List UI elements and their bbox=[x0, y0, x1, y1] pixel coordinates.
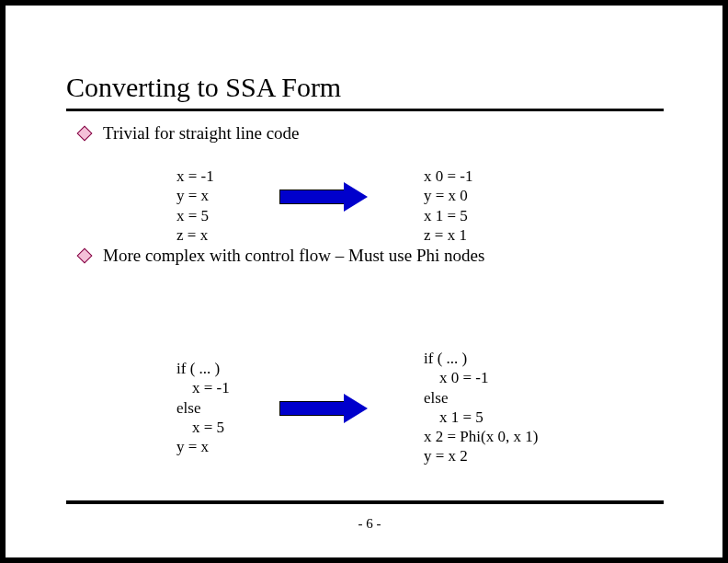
bullet-1: Trivial for straight line code bbox=[79, 123, 300, 144]
title-rule bbox=[66, 109, 664, 111]
arrow-head-icon bbox=[344, 394, 368, 423]
page-title: Converting to SSA Form bbox=[66, 72, 341, 103]
bullet-2: More complex with control flow – Must us… bbox=[79, 246, 484, 266]
code-right-1: x 0 = -1 y = x 0 x 1 = 5 z = x 1 bbox=[424, 167, 473, 245]
arrow-1 bbox=[279, 182, 368, 212]
bullet-2-text: More complex with control flow – Must us… bbox=[103, 246, 484, 266]
diamond-bullet-icon bbox=[77, 126, 93, 142]
arrow-head-icon bbox=[344, 182, 368, 212]
code-right-2: if ( ... ) x 0 = -1 else x 1 = 5 x 2 = P… bbox=[424, 349, 538, 466]
slide: Converting to SSA Form Trivial for strai… bbox=[6, 6, 722, 557]
page-number: - 6 - bbox=[6, 516, 728, 532]
bullet-1-text: Trivial for straight line code bbox=[103, 123, 300, 144]
arrow-shaft bbox=[279, 190, 344, 204]
bottom-rule bbox=[66, 500, 664, 504]
diamond-bullet-icon bbox=[77, 248, 93, 264]
code-left-1: x = -1 y = x x = 5 z = x bbox=[176, 167, 214, 245]
arrow-shaft bbox=[279, 401, 344, 416]
arrow-2 bbox=[279, 394, 368, 423]
code-left-2: if ( ... ) x = -1 else x = 5 y = x bbox=[176, 359, 230, 456]
